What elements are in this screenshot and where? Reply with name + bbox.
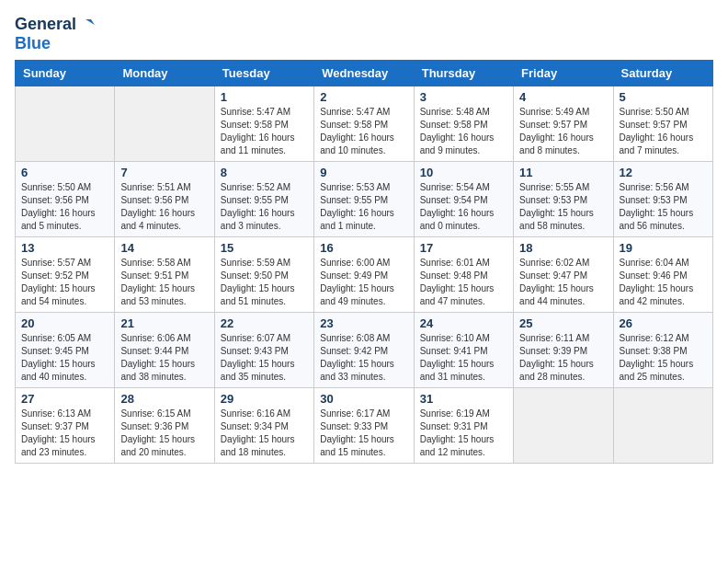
day-info: Sunrise: 6:00 AMSunset: 9:49 PMDaylight:… — [320, 257, 407, 308]
day-number: 22 — [221, 316, 308, 330]
calendar-cell: 19Sunrise: 6:04 AMSunset: 9:46 PMDayligh… — [613, 237, 712, 313]
calendar-week-row: 13Sunrise: 5:57 AMSunset: 9:52 PMDayligh… — [16, 237, 713, 313]
calendar-cell: 6Sunrise: 5:50 AMSunset: 9:56 PMDaylight… — [16, 162, 115, 237]
calendar-cell: 16Sunrise: 6:00 AMSunset: 9:49 PMDayligh… — [314, 237, 414, 313]
logo-blue-text: Blue — [15, 34, 51, 53]
day-info: Sunrise: 5:49 AMSunset: 9:57 PMDaylight:… — [519, 106, 607, 157]
calendar-week-row: 27Sunrise: 6:13 AMSunset: 9:37 PMDayligh… — [16, 388, 713, 464]
calendar-cell: 4Sunrise: 5:49 AMSunset: 9:57 PMDaylight… — [514, 86, 613, 162]
day-info: Sunrise: 6:07 AMSunset: 9:43 PMDaylight:… — [221, 332, 308, 384]
calendar-cell: 17Sunrise: 6:01 AMSunset: 9:48 PMDayligh… — [414, 237, 513, 313]
weekday-header: Sunday — [16, 61, 115, 86]
day-info: Sunrise: 6:19 AMSunset: 9:31 PMDaylight:… — [420, 408, 507, 459]
day-info: Sunrise: 5:47 AMSunset: 9:58 PMDaylight:… — [221, 106, 308, 157]
logo-bird-icon — [78, 16, 97, 32]
day-number: 30 — [320, 392, 407, 406]
calendar-cell: 20Sunrise: 6:05 AMSunset: 9:45 PMDayligh… — [16, 313, 115, 388]
calendar-cell: 13Sunrise: 5:57 AMSunset: 9:52 PMDayligh… — [16, 237, 115, 313]
calendar-cell: 14Sunrise: 5:58 AMSunset: 9:51 PMDayligh… — [115, 237, 214, 313]
day-number: 17 — [420, 241, 507, 255]
day-number: 8 — [221, 166, 308, 179]
calendar-cell: 28Sunrise: 6:15 AMSunset: 9:36 PMDayligh… — [115, 388, 214, 464]
calendar-cell: 21Sunrise: 6:06 AMSunset: 9:44 PMDayligh… — [115, 313, 214, 388]
weekday-header: Monday — [115, 61, 214, 86]
day-number: 13 — [21, 241, 108, 255]
day-info: Sunrise: 6:01 AMSunset: 9:48 PMDaylight:… — [420, 257, 507, 308]
day-info: Sunrise: 6:02 AMSunset: 9:47 PMDaylight:… — [519, 257, 607, 308]
day-info: Sunrise: 6:15 AMSunset: 9:36 PMDaylight:… — [120, 408, 208, 459]
calendar-cell: 31Sunrise: 6:19 AMSunset: 9:31 PMDayligh… — [414, 388, 513, 464]
day-info: Sunrise: 6:17 AMSunset: 9:33 PMDaylight:… — [320, 408, 407, 459]
day-info: Sunrise: 5:50 AMSunset: 9:57 PMDaylight:… — [620, 106, 707, 157]
calendar-cell: 1Sunrise: 5:47 AMSunset: 9:58 PMDaylight… — [214, 86, 313, 162]
day-info: Sunrise: 5:58 AMSunset: 9:51 PMDaylight:… — [120, 257, 208, 308]
day-number: 25 — [519, 316, 607, 330]
day-number: 9 — [320, 166, 407, 179]
day-info: Sunrise: 5:55 AMSunset: 9:53 PMDaylight:… — [519, 181, 607, 233]
calendar-cell: 8Sunrise: 5:52 AMSunset: 9:55 PMDaylight… — [214, 162, 313, 237]
day-info: Sunrise: 5:57 AMSunset: 9:52 PMDaylight:… — [21, 257, 108, 308]
calendar-cell: 26Sunrise: 6:12 AMSunset: 9:38 PMDayligh… — [613, 313, 712, 388]
day-number: 23 — [320, 316, 407, 330]
calendar-week-row: 20Sunrise: 6:05 AMSunset: 9:45 PMDayligh… — [16, 313, 713, 388]
calendar-cell: 30Sunrise: 6:17 AMSunset: 9:33 PMDayligh… — [314, 388, 414, 464]
weekday-header: Tuesday — [214, 61, 313, 86]
day-info: Sunrise: 6:10 AMSunset: 9:41 PMDaylight:… — [420, 332, 507, 384]
logo-general-text: General — [15, 15, 76, 34]
weekday-header: Saturday — [613, 61, 712, 86]
day-info: Sunrise: 5:52 AMSunset: 9:55 PMDaylight:… — [221, 181, 308, 233]
weekday-header: Friday — [514, 61, 613, 86]
day-number: 16 — [320, 241, 407, 255]
day-number: 5 — [620, 90, 707, 104]
calendar-week-row: 6Sunrise: 5:50 AMSunset: 9:56 PMDaylight… — [16, 162, 713, 237]
calendar-cell — [613, 388, 712, 464]
calendar-cell: 9Sunrise: 5:53 AMSunset: 9:55 PMDaylight… — [314, 162, 414, 237]
day-number: 21 — [120, 316, 208, 330]
calendar-cell: 27Sunrise: 6:13 AMSunset: 9:37 PMDayligh… — [16, 388, 115, 464]
calendar-cell: 15Sunrise: 5:59 AMSunset: 9:50 PMDayligh… — [214, 237, 313, 313]
calendar-cell: 11Sunrise: 5:55 AMSunset: 9:53 PMDayligh… — [514, 162, 613, 237]
day-info: Sunrise: 6:16 AMSunset: 9:34 PMDaylight:… — [221, 408, 308, 459]
weekday-header: Wednesday — [314, 61, 414, 86]
day-info: Sunrise: 6:12 AMSunset: 9:38 PMDaylight:… — [620, 332, 707, 384]
day-number: 31 — [420, 392, 507, 406]
day-number: 20 — [21, 316, 108, 330]
calendar-cell: 12Sunrise: 5:56 AMSunset: 9:53 PMDayligh… — [613, 162, 712, 237]
day-info: Sunrise: 6:13 AMSunset: 9:37 PMDaylight:… — [21, 408, 108, 459]
calendar-cell: 2Sunrise: 5:47 AMSunset: 9:58 PMDaylight… — [314, 86, 414, 162]
day-info: Sunrise: 5:47 AMSunset: 9:58 PMDaylight:… — [320, 106, 407, 157]
day-number: 6 — [21, 166, 108, 179]
day-info: Sunrise: 6:11 AMSunset: 9:39 PMDaylight:… — [519, 332, 607, 384]
calendar-cell: 5Sunrise: 5:50 AMSunset: 9:57 PMDaylight… — [613, 86, 712, 162]
day-number: 3 — [420, 90, 507, 104]
day-number: 14 — [120, 241, 208, 255]
day-info: Sunrise: 5:53 AMSunset: 9:55 PMDaylight:… — [320, 181, 407, 233]
svg-marker-0 — [85, 19, 95, 25]
calendar-week-row: 1Sunrise: 5:47 AMSunset: 9:58 PMDaylight… — [16, 86, 713, 162]
calendar-cell — [514, 388, 613, 464]
day-info: Sunrise: 5:59 AMSunset: 9:50 PMDaylight:… — [221, 257, 308, 308]
day-number: 2 — [320, 90, 407, 104]
calendar-cell: 3Sunrise: 5:48 AMSunset: 9:58 PMDaylight… — [414, 86, 513, 162]
day-number: 18 — [519, 241, 607, 255]
day-number: 28 — [120, 392, 208, 406]
day-info: Sunrise: 5:51 AMSunset: 9:56 PMDaylight:… — [120, 181, 208, 233]
day-number: 7 — [120, 166, 208, 179]
day-info: Sunrise: 6:04 AMSunset: 9:46 PMDaylight:… — [620, 257, 707, 308]
day-info: Sunrise: 5:54 AMSunset: 9:54 PMDaylight:… — [420, 181, 507, 233]
day-info: Sunrise: 6:08 AMSunset: 9:42 PMDaylight:… — [320, 332, 407, 384]
page-header: General Blue — [15, 15, 713, 52]
day-info: Sunrise: 5:56 AMSunset: 9:53 PMDaylight:… — [620, 181, 707, 233]
day-number: 29 — [221, 392, 308, 406]
calendar-cell — [16, 86, 115, 162]
day-number: 15 — [221, 241, 308, 255]
day-info: Sunrise: 6:05 AMSunset: 9:45 PMDaylight:… — [21, 332, 108, 384]
calendar-cell — [115, 86, 214, 162]
calendar-cell: 7Sunrise: 5:51 AMSunset: 9:56 PMDaylight… — [115, 162, 214, 237]
calendar-cell: 29Sunrise: 6:16 AMSunset: 9:34 PMDayligh… — [214, 388, 313, 464]
day-number: 24 — [420, 316, 507, 330]
weekday-header: Thursday — [414, 61, 513, 86]
day-number: 12 — [620, 166, 707, 179]
calendar-cell: 24Sunrise: 6:10 AMSunset: 9:41 PMDayligh… — [414, 313, 513, 388]
calendar-cell: 18Sunrise: 6:02 AMSunset: 9:47 PMDayligh… — [514, 237, 613, 313]
